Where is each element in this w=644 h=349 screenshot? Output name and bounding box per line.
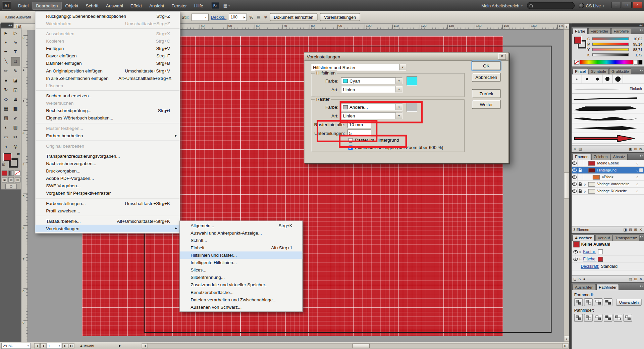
- fill-row[interactable]: ▷ Fläche:: [572, 256, 644, 263]
- menu-item[interactable]: Benutzeroberfläche...: [180, 289, 302, 296]
- brush-item[interactable]: [572, 113, 644, 123]
- tool-button[interactable]: ▧: [1, 113, 11, 123]
- expand-arrow-icon[interactable]: ▷: [580, 258, 582, 261]
- color-slider[interactable]: [592, 43, 629, 46]
- exclude-button[interactable]: [604, 298, 612, 306]
- tool-button[interactable]: ◎: [11, 142, 20, 151]
- menubar-item[interactable]: Objekt: [62, 1, 82, 9]
- hilfslinien-art-dropdown[interactable]: Linien ▼: [341, 86, 402, 93]
- menubar-item[interactable]: Datei: [14, 1, 32, 9]
- clear-appearance-icon[interactable]: ●: [583, 277, 585, 281]
- visibility-eye-icon[interactable]: [572, 183, 577, 186]
- black-swatch[interactable]: [638, 60, 642, 64]
- raster-hintergrund-checkbox[interactable]: [348, 138, 353, 142]
- menu-item[interactable]: An Originalposition einfügen Umschalttas…: [35, 67, 180, 74]
- horizontal-scroll-track[interactable]: [148, 343, 562, 348]
- fill-color-swatch[interactable]: [598, 257, 603, 262]
- layer-row[interactable]: ▷ Hintergrund ○: [572, 167, 644, 174]
- prev-artboard-button[interactable]: ◀: [40, 343, 46, 348]
- visibility-eye-icon[interactable]: [572, 168, 577, 172]
- menu-item[interactable]: Druckvorgaben...: [35, 167, 180, 174]
- fill-swatch[interactable]: [4, 153, 11, 161]
- menu-item[interactable]: [36, 90, 180, 91]
- brush-item[interactable]: [592, 74, 603, 84]
- panel-tab[interactable]: Ausrichten: [573, 284, 596, 290]
- panel-tab[interactable]: Farbe: [573, 28, 588, 34]
- restore-button[interactable]: ◻: [622, 2, 632, 8]
- raster-farbe-dropdown[interactable]: Andere... ▼: [341, 104, 402, 111]
- lock-icon[interactable]: [579, 170, 582, 172]
- target-circle-icon[interactable]: ○: [636, 189, 638, 193]
- new-sublayer-icon[interactable]: ⊟: [629, 228, 632, 232]
- brush-item[interactable]: [572, 104, 644, 113]
- menu-item[interactable]: SWF-Vorgaben...: [35, 182, 180, 189]
- menu-item[interactable]: Davor einfügen Strg+F: [35, 52, 180, 60]
- menu-item[interactable]: [36, 216, 180, 216]
- brush-options-icon[interactable]: ▣: [629, 147, 632, 151]
- dialog-titlebar[interactable]: Voreinstellungen ✕: [304, 53, 508, 61]
- crop-button[interactable]: [604, 314, 612, 322]
- tool-button[interactable]: ∗: [1, 38, 11, 47]
- panel-tab[interactable]: Farbhilfe: [611, 28, 631, 34]
- layer-row[interactable]: ▷ <Pfad> ○: [572, 174, 644, 181]
- menu-item[interactable]: Vorgaben für Perspektivenraster: [35, 189, 180, 197]
- tool-button[interactable]: ✒: [1, 47, 11, 57]
- tool-button[interactable]: ◲: [11, 85, 20, 94]
- collapse-toolbar-icon[interactable]: ◀◀: [1, 22, 13, 28]
- zoom-dropdown[interactable]: 291%▼: [1, 343, 31, 349]
- preferences-section-dropdown[interactable]: Hilfslinien und Raster ▼: [311, 64, 406, 71]
- menu-item[interactable]: Slices...: [180, 266, 302, 273]
- brush-item[interactable]: [572, 133, 644, 144]
- menu-item[interactable]: [36, 198, 180, 198]
- menu-item[interactable]: Schrift...: [180, 237, 302, 244]
- color-slider[interactable]: [592, 37, 629, 40]
- minus-back-button[interactable]: [624, 314, 632, 322]
- duplicate-item-icon[interactable]: ▤: [629, 277, 632, 281]
- divide-button[interactable]: [574, 314, 583, 322]
- deckkraft-input[interactable]: 100▶: [229, 13, 247, 21]
- bridge-icon[interactable]: Br: [211, 2, 219, 9]
- channel-value[interactable]: 88,71: [630, 47, 642, 51]
- menu-item[interactable]: Voreinstellungen: [35, 225, 180, 232]
- brush-item[interactable]: [572, 123, 644, 133]
- panel-menu-icon[interactable]: [639, 285, 643, 287]
- brush-libraries-icon[interactable]: ▤: [579, 147, 582, 151]
- color-slider[interactable]: [592, 53, 629, 56]
- close-button[interactable]: ✕: [633, 2, 642, 8]
- menu-item[interactable]: Muster festlegen...: [35, 124, 180, 132]
- raster-hintergrund-option[interactable]: Raster im Hintergrund: [348, 138, 399, 143]
- brush-item[interactable]: [602, 74, 613, 84]
- visibility-eye-icon[interactable]: [573, 250, 578, 253]
- preferences-button[interactable]: Voreinstellungen: [320, 13, 360, 21]
- last-artboard-button[interactable]: ▶|: [68, 343, 74, 348]
- unterteilungen-input[interactable]: [347, 130, 371, 137]
- menu-item[interactable]: Eigenes Wörterbuch bearbeiten...: [35, 114, 180, 121]
- outline-button[interactable]: [613, 314, 622, 322]
- channel-value[interactable]: 10,02: [630, 37, 642, 41]
- panel-tab[interactable]: Symbole: [589, 68, 609, 74]
- document-grid-icon[interactable]: ▤: [257, 15, 261, 19]
- panel-menu-icon[interactable]: [639, 69, 643, 71]
- panel-menu-icon[interactable]: [639, 236, 643, 238]
- draw-behind-button[interactable]: ▨: [8, 177, 14, 183]
- target-circle-icon[interactable]: ○: [636, 175, 638, 179]
- merge-button[interactable]: [594, 314, 603, 322]
- vertical-scrollbar[interactable]: ▲ ▼: [564, 23, 569, 342]
- menu-item[interactable]: Rückgängig: Ebenenbedienfeldoptionen Str…: [35, 12, 180, 20]
- stroke-row[interactable]: ▷ Kontur:: [572, 248, 644, 256]
- expand-arrow-icon[interactable]: ▷: [583, 183, 587, 186]
- tool-button[interactable]: ↻: [1, 85, 11, 94]
- menu-item[interactable]: Auswahl und Ankerpunkt-Anzeige...: [180, 229, 302, 237]
- none-color-swatch[interactable]: [574, 60, 579, 64]
- close-icon[interactable]: ✕: [498, 53, 506, 59]
- expand-button[interactable]: Umwandeln: [616, 299, 641, 306]
- menubar-item[interactable]: Fenster: [168, 1, 191, 9]
- panel-tab[interactable]: Farbfelder: [588, 28, 611, 34]
- target-circle-icon[interactable]: ○: [636, 168, 638, 172]
- panel-tab[interactable]: Pathfinder: [596, 284, 619, 290]
- target-circle-icon[interactable]: ○: [636, 161, 638, 165]
- cancel-button[interactable]: Abbrechen: [472, 73, 501, 82]
- style-dropdown[interactable]: ▼: [191, 13, 208, 21]
- menubar-item[interactable]: Auswahl: [102, 1, 127, 9]
- deckkraft-link[interactable]: Deckkr.:: [211, 14, 226, 19]
